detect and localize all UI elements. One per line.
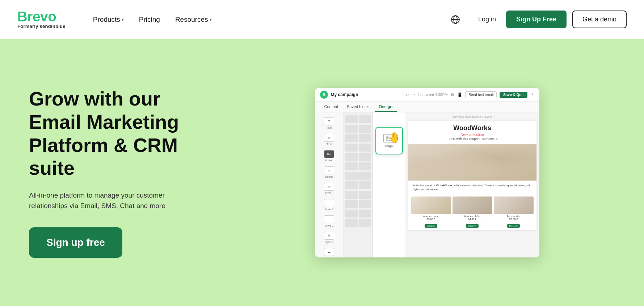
- product-image-1: [411, 197, 451, 214]
- product-price-2: 84,00 €: [453, 218, 492, 220]
- login-link[interactable]: Log in: [474, 13, 500, 26]
- preview-new-collection: New collection: [413, 133, 532, 137]
- nav-products[interactable]: Products ▾: [87, 13, 130, 26]
- app-topbar: B My campaign ↩ ↪ last saved 4:30PM 🖥 📱 …: [315, 88, 539, 102]
- title-block-icon: T: [324, 117, 334, 125]
- nav-right: Log in Sign Up Free Get a demo: [449, 11, 627, 28]
- style1-block-icon: [324, 199, 334, 207]
- preview-brand-name: WoodWorks: [413, 124, 532, 132]
- campaign-title: My campaign: [331, 92, 358, 97]
- style2-block-icon: [324, 215, 334, 223]
- block-title[interactable]: T Title: [315, 115, 344, 132]
- preview-product-2: Wooden platter 84,00 € Discover: [453, 197, 492, 228]
- demo-button[interactable]: Get a demo: [572, 11, 627, 28]
- html-block-icon: </>: [324, 183, 334, 191]
- send-test-button[interactable]: Send test email: [465, 91, 497, 98]
- preview-header: WoodWorks New collection - 15% with this…: [408, 121, 536, 144]
- nav-divider: [468, 13, 468, 26]
- block-button[interactable]: Btn Button: [315, 148, 344, 164]
- redo-icon[interactable]: ↪: [412, 92, 415, 97]
- email-preview: View this email in your browser WoodWork…: [405, 112, 539, 257]
- drag-block-label: Image: [384, 144, 393, 148]
- header-block-icon: ▬: [324, 248, 334, 256]
- tab-design[interactable]: Design: [375, 102, 397, 112]
- preview-hero-image: [408, 144, 536, 181]
- desktop-icon[interactable]: 🖥: [450, 92, 454, 97]
- chevron-down-icon: ▾: [122, 17, 124, 22]
- block-text[interactable]: ≡ Text: [315, 132, 344, 148]
- product-price-1: 23,00 €: [411, 218, 451, 220]
- block-style1[interactable]: Style 1: [315, 197, 344, 213]
- product-image-2: [453, 197, 492, 214]
- discover-button-1[interactable]: Discover: [425, 224, 437, 228]
- hero-subtext: All-in-one platform to manage your custo…: [29, 190, 185, 211]
- signup-hero-button[interactable]: Sign up free: [29, 227, 122, 258]
- logo[interactable]: Brevo Formerly sendinblue: [17, 10, 66, 29]
- blocks-panel: T Title ≡ Text Btn Button f t Social: [315, 112, 344, 257]
- preview-description: Enter the world of WoodWorks with the ne…: [408, 181, 536, 194]
- content-panel: [344, 112, 373, 257]
- app-logo: B: [320, 91, 328, 99]
- hero-left: Grow with our Email Marketing Platform &…: [29, 87, 217, 258]
- preview-product-3: Accessories 55,00 € Discover: [494, 197, 534, 228]
- app-window: B My campaign ↩ ↪ last saved 4:30PM 🖥 📱 …: [315, 88, 539, 257]
- block-style2[interactable]: Style 2: [315, 213, 344, 230]
- nav-resources[interactable]: Resources ▾: [169, 13, 218, 26]
- hero-section: Grow with our Email Marketing Platform &…: [0, 39, 644, 306]
- chevron-down-icon: ▾: [210, 17, 212, 22]
- email-preview-card: WoodWorks New collection - 15% with this…: [408, 121, 536, 230]
- block-header[interactable]: ▬ Header: [315, 246, 344, 257]
- save-quit-button[interactable]: Save & Quit: [500, 92, 527, 98]
- brand-name: Brevo: [17, 10, 66, 24]
- hero-headline: Grow with our Email Marketing Platform &…: [29, 87, 217, 180]
- social-block-icon: f t: [324, 166, 334, 174]
- signup-nav-button[interactable]: Sign Up Free: [506, 11, 567, 28]
- app-tabs: Content Saved blocks Design: [315, 102, 539, 112]
- hero-right: B My campaign ↩ ↪ last saved 4:30PM 🖥 📱 …: [239, 88, 615, 257]
- undo-icon[interactable]: ↩: [405, 92, 409, 97]
- product-price-3: 55,00 €: [494, 218, 534, 220]
- preview-product-1: Wooden Lamp 23,00 € Discover: [411, 197, 451, 228]
- more-icon[interactable]: ⋮: [530, 92, 534, 97]
- brand-formerly: Formerly sendinblue: [17, 24, 66, 29]
- mobile-icon[interactable]: 📱: [457, 92, 462, 97]
- app-body: T Title ≡ Text Btn Button f t Social: [315, 112, 539, 257]
- text-block-icon: ≡: [324, 134, 334, 142]
- button-block-icon: Btn: [324, 150, 334, 158]
- discover-button-2[interactable]: Discover: [466, 224, 479, 228]
- navbar: Brevo Formerly sendinblue Products ▾ Pri…: [0, 0, 644, 39]
- cursor-hand-icon: 🤚: [388, 132, 401, 144]
- block-style3[interactable]: ⊞ Style 3: [315, 230, 344, 246]
- product-image-3: [494, 197, 534, 214]
- product-name-2: Wooden platter: [453, 215, 492, 218]
- drag-area: Image 🤚: [373, 112, 405, 257]
- tab-content[interactable]: Content: [320, 102, 343, 112]
- product-name-1: Wooden Lamp: [411, 215, 451, 218]
- nav-links: Products ▾ Pricing Resources ▾: [87, 13, 449, 26]
- discover-button-3[interactable]: Discover: [507, 224, 520, 228]
- style3-block-icon: ⊞: [324, 232, 334, 240]
- preview-coupon: - 15% with this coupon : summer15: [413, 137, 532, 141]
- globe-icon[interactable]: [449, 13, 462, 26]
- view-in-browser-link[interactable]: View this email in your browser: [452, 115, 492, 119]
- tab-saved-blocks[interactable]: Saved blocks: [342, 102, 375, 112]
- preview-products: Wooden Lamp 23,00 € Discover Wooden plat…: [408, 194, 536, 230]
- block-html[interactable]: </> HTML: [315, 181, 344, 197]
- saved-status: last saved 4:30PM: [418, 93, 447, 97]
- nav-pricing[interactable]: Pricing: [133, 13, 166, 26]
- product-name-3: Accessories: [494, 215, 534, 218]
- block-social[interactable]: f t Social: [315, 164, 344, 181]
